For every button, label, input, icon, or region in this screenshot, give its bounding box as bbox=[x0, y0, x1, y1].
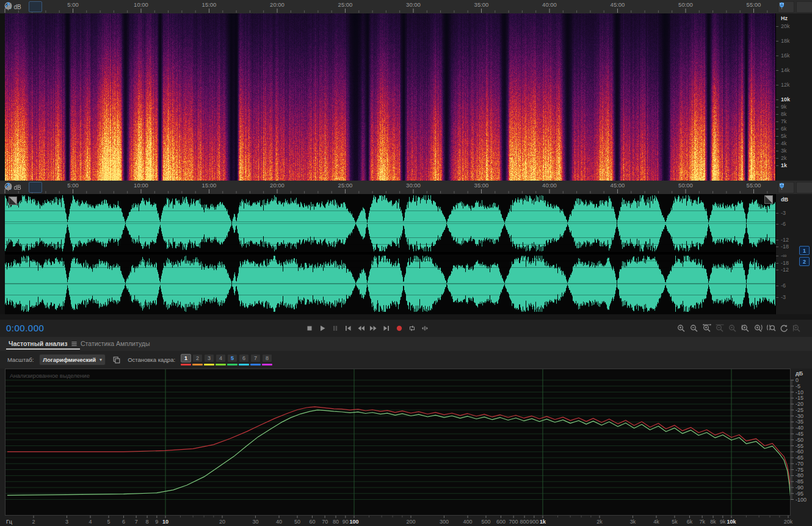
pin-toggle-button[interactable]: 5:0010:0015:0020:0025:0030:0035:0040:004… bbox=[29, 182, 42, 193]
db-scale-label: -3 bbox=[781, 294, 786, 300]
transport-bar: 0:00.000 bbox=[0, 320, 812, 337]
scale-dropdown[interactable]: Логарифмический ▾ bbox=[39, 354, 106, 366]
waveform-canvas[interactable] bbox=[5, 194, 775, 314]
waveform-timeline-ruler[interactable]: 5:0010:0015:0020:0025:0030:0035:0040:004… bbox=[0, 181, 812, 195]
tab-label: Статистика Амплитуды bbox=[81, 340, 150, 347]
zoom-out-horizontally-icon bbox=[689, 323, 699, 333]
zoom-out-selection-button bbox=[714, 322, 725, 334]
stop-button[interactable] bbox=[303, 322, 315, 334]
db-scale-label: -18 bbox=[781, 243, 789, 250]
zoom-in-left-edge-button[interactable] bbox=[739, 322, 751, 334]
transport-buttons bbox=[303, 322, 430, 334]
timeline-ticks: 5:0010:0015:0020:0025:0030:0035:0040:004… bbox=[0, 181, 812, 194]
fade-in-handle[interactable] bbox=[9, 196, 17, 205]
channel-badge-1[interactable]: 1 bbox=[799, 246, 810, 255]
reset-zoom-button[interactable] bbox=[778, 322, 789, 334]
db-scale-label: -6 bbox=[781, 221, 786, 227]
panel-menu-icon[interactable] bbox=[71, 340, 78, 347]
spectrogram-frequency-scale[interactable]: Hz 20k18k16k14k12k10k9k8k7k6k5k4k3k2k1k bbox=[775, 13, 812, 181]
frequency-tick-label: 2k bbox=[596, 519, 603, 525]
frequency-tick-label: 300 bbox=[440, 519, 449, 525]
frequency-tick-label: 90 bbox=[343, 519, 349, 525]
zoom-in-horizontally-button[interactable] bbox=[675, 322, 687, 334]
copy-icon bbox=[112, 356, 121, 364]
frequency-scale-label: 7k bbox=[781, 118, 787, 124]
db-scale-label: -12 bbox=[781, 267, 789, 273]
frame-hold-color-swatch bbox=[181, 364, 191, 366]
frequency-tick-label: 3 bbox=[65, 519, 68, 525]
marker-button[interactable]: 5:0010:0015:0020:0025:0030:0035:0040:004… bbox=[796, 182, 812, 193]
timeline-label: 25:00 bbox=[338, 1, 353, 8]
frame-hold-3[interactable]: 3 bbox=[204, 354, 214, 366]
timeline-label: 15:00 bbox=[202, 1, 217, 8]
pause-button bbox=[329, 322, 341, 334]
skip-to-end-button[interactable] bbox=[380, 322, 392, 334]
frame-hold-4[interactable]: 4 bbox=[216, 354, 226, 366]
zoom-in-right-edge-button[interactable] bbox=[752, 322, 764, 334]
frequency-axis-unit: Гц bbox=[6, 519, 12, 525]
skip-to-start-button[interactable] bbox=[342, 322, 353, 334]
frequency-scale-label: 14k bbox=[781, 67, 790, 73]
scale-tick bbox=[776, 143, 778, 144]
stop-icon bbox=[305, 323, 314, 333]
frame-hold-7[interactable]: 7 bbox=[250, 354, 261, 366]
rewind-button[interactable] bbox=[355, 322, 366, 334]
scale-tick bbox=[776, 121, 778, 122]
zoom-out-horizontally-button[interactable] bbox=[688, 322, 700, 334]
frequency-scale-label: 16k bbox=[781, 52, 790, 59]
skip-selection-button[interactable] bbox=[419, 322, 430, 334]
frame-hold-6[interactable]: 6 bbox=[239, 354, 249, 366]
marker-button[interactable]: 5:0010:0015:0020:0025:0030:0035:0040:004… bbox=[796, 1, 812, 13]
marker-pin-icon: 5:0010:0015:0020:0025:0030:0035:0040:004… bbox=[778, 182, 786, 190]
frame-hold-2[interactable]: 2 bbox=[192, 354, 203, 366]
copy-graph-button[interactable] bbox=[111, 355, 122, 365]
pin-toggle-button[interactable]: 5:0010:0015:0020:0025:0030:0035:0040:004… bbox=[29, 1, 42, 12]
waveform-db-scale[interactable]: dB-3-6-12-18-∞-18-12-6-312 bbox=[775, 194, 812, 314]
frequency-plot[interactable]: Анализированное выделение bbox=[5, 369, 791, 516]
plot-frequency-axis: Гц23456789102030405060708090100200300400… bbox=[0, 516, 812, 526]
frame-hold-1[interactable]: 1 bbox=[181, 354, 191, 366]
channel-badge-2[interactable]: 2 bbox=[799, 257, 810, 266]
play-button[interactable] bbox=[316, 322, 328, 334]
frame-hold-color-swatch bbox=[227, 364, 237, 366]
frequency-tick-label: 6 bbox=[122, 519, 125, 525]
plot-overlay-label: Анализированное выделение bbox=[10, 372, 90, 379]
zoom-to-selection-button[interactable] bbox=[765, 322, 777, 334]
spectrogram-canvas[interactable] bbox=[5, 13, 775, 181]
rewind-icon bbox=[356, 323, 366, 333]
frame-hold-8[interactable]: 8 bbox=[262, 354, 272, 366]
frame-hold-color-swatch bbox=[250, 364, 261, 366]
scale-tick bbox=[776, 99, 778, 100]
tab-amplitude-statistics[interactable]: Статистика Амплитуды bbox=[78, 337, 152, 350]
frame-hold-color-swatch bbox=[262, 364, 272, 366]
frequency-tick-label: 9k bbox=[720, 519, 726, 525]
spectrogram-timeline-ruler[interactable]: 5:0010:0015:0020:0025:0030:0035:0040:004… bbox=[0, 0, 812, 14]
fast-forward-button[interactable] bbox=[368, 322, 379, 334]
frequency-tick-label: 9 bbox=[155, 519, 158, 525]
fade-out-handle[interactable] bbox=[764, 195, 773, 204]
zoom-in-selection-button[interactable] bbox=[701, 322, 712, 334]
zoom-in-selection-icon bbox=[702, 323, 712, 333]
scale-tick bbox=[776, 114, 778, 115]
loop-playback-button[interactable] bbox=[406, 322, 418, 334]
record-button[interactable] bbox=[393, 322, 405, 334]
db-axis-unit: дБ bbox=[796, 370, 803, 376]
db-tick-label: 0 bbox=[796, 377, 799, 383]
db-tick-label: -85 bbox=[796, 478, 803, 485]
frequency-tick-label: 30 bbox=[252, 519, 258, 525]
frequency-tick-label: 7 bbox=[135, 519, 138, 525]
frame-hold-5[interactable]: 5 bbox=[227, 354, 237, 366]
db-tick-label: -25 bbox=[796, 407, 803, 413]
tab-frequency-analysis[interactable]: Частотный анализ bbox=[6, 337, 80, 350]
time-display[interactable]: 0:00.000 bbox=[6, 323, 44, 333]
frequency-tick-label: 60 bbox=[309, 519, 315, 525]
db-tick-label: -75 bbox=[796, 467, 803, 473]
timeline-label: 25:00 bbox=[338, 182, 353, 189]
frame-hold-label: 4 bbox=[216, 354, 226, 362]
scale-tick bbox=[776, 129, 778, 129]
frequency-tick-label: 100 bbox=[349, 519, 358, 525]
db-scale-label: -3 bbox=[781, 210, 786, 216]
timeline-label: 30:00 bbox=[406, 182, 421, 189]
zoom-full-icon bbox=[728, 323, 738, 333]
scale-tick bbox=[776, 297, 778, 298]
